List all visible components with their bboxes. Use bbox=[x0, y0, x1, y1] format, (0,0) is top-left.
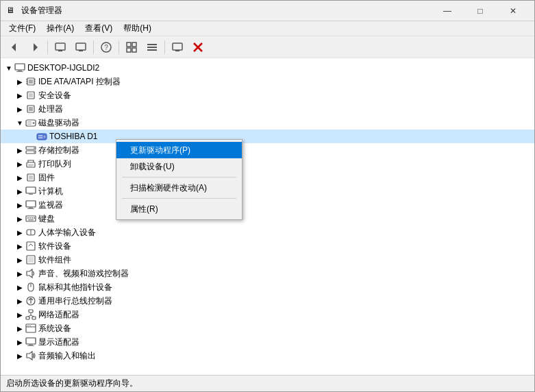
expand-serial[interactable]: ▶ bbox=[14, 295, 25, 306]
menu-file[interactable]: 文件(F) bbox=[3, 21, 41, 36]
tree-item-keyboard[interactable]: ▶ 键盘 bbox=[1, 212, 534, 225]
expand-sound-io[interactable]: ▶ bbox=[14, 350, 25, 361]
tree-item-storage[interactable]: ▶ 存储控制器 bbox=[1, 143, 534, 157]
toolbar-view2-button[interactable] bbox=[142, 38, 162, 56]
tree-item-firmware[interactable]: ▶ 固件 bbox=[1, 171, 534, 184]
tree-item-system[interactable]: ▶ 系统设备 bbox=[1, 321, 534, 335]
disk-icon bbox=[25, 117, 36, 128]
tree-item-security[interactable]: ▶ 安全设备 bbox=[1, 88, 534, 102]
tree-item-software-dev[interactable]: ▶ 软件设备 bbox=[1, 239, 534, 253]
expand-disk[interactable]: ▼ bbox=[14, 117, 25, 128]
svg-rect-83 bbox=[27, 345, 34, 346]
tree-item-computer[interactable]: ▶ 计算机 bbox=[1, 184, 534, 198]
tree-label-security: 安全设备 bbox=[38, 90, 71, 101]
computer-small-icon bbox=[25, 186, 36, 197]
expand-computer[interactable]: ▶ bbox=[14, 186, 25, 197]
expand-hid[interactable]: ▶ bbox=[14, 227, 25, 238]
close-button[interactable]: ✕ bbox=[497, 3, 529, 19]
tree-item-network[interactable]: ▶ 网络适配器 bbox=[1, 308, 534, 321]
toolbar-sep-3 bbox=[119, 40, 119, 54]
tree-item-ide[interactable]: ▶ IDE ATA/ATAPI 控制器 bbox=[1, 75, 534, 88]
svg-rect-5 bbox=[79, 50, 83, 51]
toolbar-sep-4 bbox=[164, 40, 165, 54]
tree-label-software-comp: 软件组件 bbox=[38, 254, 71, 266]
toolbar-btn-1[interactable] bbox=[51, 38, 70, 56]
menu-view[interactable]: 查看(V) bbox=[79, 21, 118, 36]
usb-icon bbox=[25, 295, 36, 306]
firmware-icon bbox=[25, 172, 36, 183]
tree-item-hid[interactable]: ▶ 人体学输入设备 bbox=[1, 225, 534, 239]
title-bar: 🖥 设备管理器 — □ ✕ bbox=[1, 1, 534, 21]
context-menu: 更新驱动程序(P) 卸载设备(U) 扫描检测硬件改动(A) 属性(R) bbox=[116, 139, 242, 220]
expand-firmware[interactable]: ▶ bbox=[14, 172, 25, 183]
forward-button[interactable] bbox=[25, 38, 45, 56]
audio-io-icon bbox=[25, 350, 36, 361]
ctx-separator-1 bbox=[122, 177, 236, 177]
ctx-properties[interactable]: 属性(R) bbox=[116, 201, 242, 217]
svg-rect-73 bbox=[32, 317, 36, 319]
window-icon: 🖥 bbox=[6, 5, 17, 16]
svg-rect-21 bbox=[16, 71, 23, 72]
tree-item-software-comp[interactable]: ▶ 软件组件 bbox=[1, 253, 534, 267]
expand-print[interactable]: ▶ bbox=[14, 158, 25, 169]
expand-audio[interactable]: ▶ bbox=[14, 268, 25, 279]
back-button[interactable] bbox=[5, 38, 24, 56]
tree-label-mouse: 鼠标和其他指针设备 bbox=[38, 282, 112, 293]
menu-help[interactable]: 帮助(H) bbox=[118, 21, 157, 36]
expand-network[interactable]: ▶ bbox=[14, 309, 25, 320]
svg-rect-33 bbox=[29, 107, 33, 111]
maximize-button[interactable]: □ bbox=[464, 3, 496, 19]
expand-display[interactable]: ▶ bbox=[14, 336, 25, 347]
ctx-update-driver[interactable]: 更新驱动程序(P) bbox=[116, 142, 242, 158]
tree-item-toshiba[interactable]: TOSHIBA D1 bbox=[1, 130, 534, 143]
monitor-icon bbox=[25, 199, 36, 210]
tree-label-cpu: 处理器 bbox=[38, 103, 63, 115]
svg-rect-47 bbox=[28, 164, 34, 166]
tree-item-root[interactable]: ▼ DESKTOP-IJGLDI2 bbox=[1, 61, 534, 75]
tree-label-display: 显示适配器 bbox=[38, 336, 79, 348]
tree-item-monitor[interactable]: ▶ 监视器 bbox=[1, 198, 534, 212]
tree-item-cpu[interactable]: ▶ 处理器 bbox=[1, 102, 534, 116]
expand-ide[interactable]: ▶ bbox=[14, 76, 25, 87]
security-icon bbox=[25, 90, 36, 101]
display-icon bbox=[25, 336, 36, 347]
expand-system[interactable]: ▶ bbox=[14, 323, 25, 334]
toolbar-remove-button[interactable] bbox=[188, 38, 208, 56]
tree-item-audio[interactable]: ▶ 声音、视频和游戏控制器 bbox=[1, 267, 534, 280]
ctx-scan-hardware[interactable]: 扫描检测硬件改动(A) bbox=[116, 180, 242, 196]
toolbar-view1-button[interactable] bbox=[122, 38, 141, 56]
svg-rect-72 bbox=[26, 317, 29, 319]
ctx-uninstall-device[interactable]: 卸载设备(U) bbox=[116, 158, 242, 175]
tree-item-disk[interactable]: ▼ 磁盘驱动器 bbox=[1, 116, 534, 130]
tree-item-serial[interactable]: ▶ 通用串行总线控制器 bbox=[1, 294, 534, 308]
svg-rect-57 bbox=[27, 217, 29, 219]
expand-security[interactable]: ▶ bbox=[14, 90, 25, 101]
tree-item-display[interactable]: ▶ 显示适配器 bbox=[1, 335, 534, 349]
tree-item-sound-io[interactable]: ▶ 音频输入和输出 bbox=[1, 349, 534, 363]
expand-cpu[interactable]: ▶ bbox=[14, 103, 25, 114]
expand-root[interactable]: ▼ bbox=[3, 62, 14, 73]
expand-software-dev[interactable]: ▶ bbox=[14, 241, 25, 252]
expand-storage[interactable]: ▶ bbox=[14, 145, 25, 156]
expand-monitor[interactable]: ▶ bbox=[14, 199, 25, 210]
device-tree[interactable]: ▼ DESKTOP-IJGLDI2 ▶ bbox=[1, 58, 534, 375]
menu-action[interactable]: 操作(A) bbox=[41, 21, 79, 36]
svg-rect-64 bbox=[27, 242, 35, 250]
software-comp-icon bbox=[25, 254, 36, 265]
svg-rect-31 bbox=[29, 93, 33, 97]
minimize-button[interactable]: — bbox=[432, 3, 463, 19]
toolbar-help-button[interactable]: ? bbox=[97, 38, 116, 56]
tree-item-print[interactable]: ▶ 打印队列 bbox=[1, 157, 534, 171]
svg-point-44 bbox=[34, 147, 35, 149]
toolbar-btn-2[interactable] bbox=[71, 38, 90, 56]
chip-icon bbox=[25, 76, 36, 87]
expand-keyboard[interactable]: ▶ bbox=[14, 213, 25, 224]
toolbar-monitor-button[interactable] bbox=[168, 38, 187, 56]
svg-rect-8 bbox=[127, 42, 131, 47]
svg-rect-2 bbox=[55, 43, 65, 50]
expand-mouse[interactable]: ▶ bbox=[14, 282, 25, 293]
tree-item-mouse[interactable]: ▶ 鼠标和其他指针设备 bbox=[1, 280, 534, 294]
tree-label-software-dev: 软件设备 bbox=[38, 241, 71, 252]
svg-rect-79 bbox=[27, 326, 29, 326]
expand-software-comp[interactable]: ▶ bbox=[14, 254, 25, 265]
